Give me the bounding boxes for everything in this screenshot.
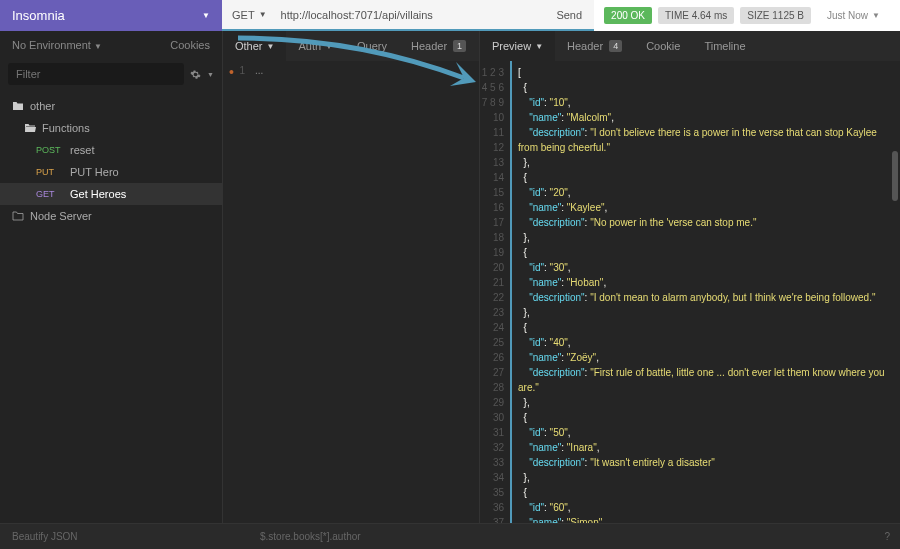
line-gutter: 1 — [223, 61, 251, 523]
response-viewer[interactable]: 1 2 3 4 5 6 7 8 9 10 11 12 13 14 15 16 1… — [480, 61, 900, 523]
history-dropdown[interactable]: Just Now ▼ — [817, 10, 890, 21]
method-dropdown[interactable]: GET ▼ — [222, 9, 277, 21]
size-badge: SIZE 1125 B — [740, 7, 811, 24]
cookies-button[interactable]: Cookies — [170, 39, 210, 51]
beautify-button[interactable]: Beautify JSON — [0, 531, 248, 542]
environment-dropdown[interactable]: No Environment ▼ — [12, 39, 102, 51]
jsonpath-input[interactable]: $.store.books[*].author — [260, 531, 361, 542]
editor-content: ... — [251, 61, 479, 523]
method-badge: GET — [36, 189, 64, 199]
request-pane: Other ▼ Auth ▼ Query Header1 • 1 ... — [222, 31, 480, 523]
request-tabs: Other ▼ Auth ▼ Query Header1 — [223, 31, 479, 61]
help-icon[interactable]: ? — [884, 531, 890, 542]
method-badge: PUT — [36, 167, 64, 177]
time-badge: TIME 4.64 ms — [658, 7, 734, 24]
response-status-bar: 200 OK TIME 4.64 ms SIZE 1125 B Just Now… — [594, 0, 900, 31]
chevron-down-icon: ▼ — [259, 10, 267, 19]
app-title: Insomnia — [12, 8, 65, 23]
folder-icon — [12, 211, 24, 221]
chevron-down-icon: ▼ — [872, 11, 880, 20]
dirty-indicator-icon: • — [229, 67, 234, 77]
response-tabs: Preview ▼ Header4 Cookie Timeline — [480, 31, 900, 61]
folder-node-server[interactable]: Node Server — [0, 205, 222, 227]
filter-input[interactable] — [8, 63, 184, 85]
tab-query[interactable]: Query — [345, 31, 399, 61]
tab-cookie[interactable]: Cookie — [634, 31, 692, 61]
method-badge: POST — [36, 145, 64, 155]
line-gutter: 1 2 3 4 5 6 7 8 9 10 11 12 13 14 15 16 1… — [480, 61, 512, 523]
history-label: Just Now — [827, 10, 868, 21]
request-put-hero[interactable]: PUT PUT Hero — [0, 161, 222, 183]
url-bar: GET ▼ http://localhost:7071/api/villains… — [222, 0, 594, 31]
response-body: [ { "id": "10", "name": "Malcolm", "desc… — [512, 61, 900, 523]
sidebar: No Environment ▼ Cookies ▼ other Functio… — [0, 31, 222, 523]
tab-resp-header[interactable]: Header4 — [555, 31, 634, 61]
chevron-down-icon[interactable]: ▼ — [207, 71, 214, 78]
folder-functions[interactable]: Functions — [0, 117, 222, 139]
url-input[interactable]: http://localhost:7071/api/villains — [277, 9, 545, 21]
tab-timeline[interactable]: Timeline — [692, 31, 757, 61]
request-reset[interactable]: POST reset — [0, 139, 222, 161]
method-label: GET — [232, 9, 255, 21]
response-pane: Preview ▼ Header4 Cookie Timeline 1 2 3 … — [480, 31, 900, 523]
status-badge: 200 OK — [604, 7, 652, 24]
gear-icon[interactable] — [190, 69, 201, 80]
request-body-editor[interactable]: • 1 ... — [223, 61, 479, 523]
folder-other[interactable]: other — [0, 95, 222, 117]
folder-open-icon — [24, 123, 36, 133]
request-get-heroes[interactable]: GET Get Heroes — [0, 183, 222, 205]
tab-body[interactable]: Other ▼ — [223, 31, 286, 61]
tab-header[interactable]: Header1 — [399, 31, 478, 61]
scrollbar-thumb[interactable] — [892, 151, 898, 201]
send-button[interactable]: Send — [544, 9, 594, 21]
chevron-down-icon: ▼ — [202, 11, 210, 20]
footer: Beautify JSON $.store.books[*].author ? — [0, 523, 900, 549]
app-brand[interactable]: Insomnia ▼ — [0, 0, 222, 31]
tab-preview[interactable]: Preview ▼ — [480, 31, 555, 61]
folder-icon — [12, 101, 24, 111]
tab-auth[interactable]: Auth ▼ — [286, 31, 345, 61]
